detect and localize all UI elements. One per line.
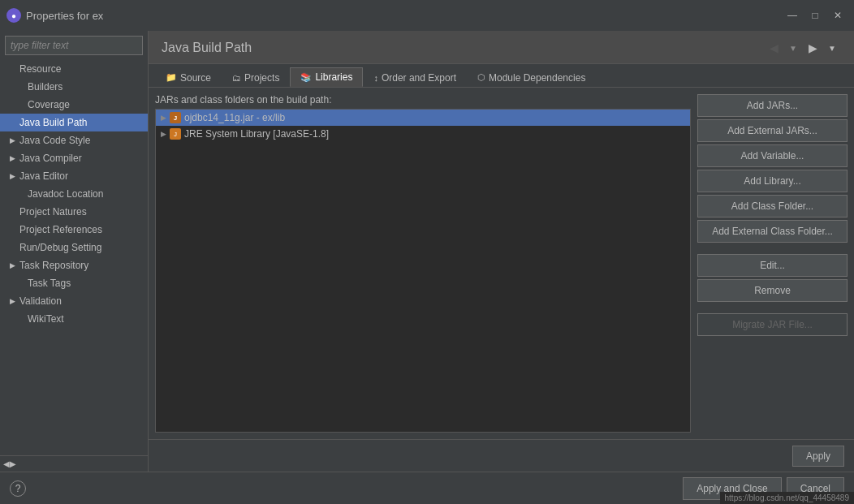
sidebar-item-coverage[interactable]: Coverage bbox=[0, 96, 148, 114]
add-class-folder-button[interactable]: Add Class Folder... bbox=[697, 195, 848, 218]
sidebar-item-javadoc-location[interactable]: Javadoc Location bbox=[0, 185, 148, 203]
jar-item-ojdbc[interactable]: ▶ J ojdbc14_11g.jar - ex/lib bbox=[156, 110, 690, 126]
help-button[interactable]: ? bbox=[10, 480, 26, 497]
tab-icon-source: 📁 bbox=[166, 72, 177, 83]
sidebar-item-label: Run/Debug Setting bbox=[19, 242, 101, 253]
sidebar-item-project-natures[interactable]: Project Natures bbox=[0, 203, 148, 221]
jar-item-label-jre: JRE System Library [JavaSE-1.8] bbox=[184, 128, 329, 140]
tab-label-module-dependencies: Module Dependencies bbox=[489, 72, 585, 84]
sidebar-item-wikitext[interactable]: WikiText bbox=[0, 310, 148, 328]
nav-menu-button[interactable]: ▼ bbox=[823, 39, 841, 57]
nav-next-button[interactable]: ▶ bbox=[804, 39, 822, 57]
sidebar-item-label: Java Editor bbox=[19, 170, 68, 182]
tab-projects[interactable]: 🗂Projects bbox=[222, 67, 290, 87]
jar-expand-arrow: ▶ bbox=[161, 130, 166, 138]
tab-label-libraries: Libraries bbox=[315, 71, 352, 83]
jar-item-jre[interactable]: ▶ J JRE System Library [JavaSE-1.8] bbox=[156, 126, 690, 142]
tab-module-dependencies[interactable]: ⬡Module Dependencies bbox=[467, 67, 596, 87]
migrate-jar-button: Migrate JAR File... bbox=[697, 313, 848, 336]
tab-icon-order-export: ↕ bbox=[373, 73, 378, 83]
sidebar-item-run-debug-settings[interactable]: Run/Debug Setting bbox=[0, 239, 148, 256]
footer-left: ? bbox=[10, 480, 683, 497]
app-icon: ● bbox=[6, 8, 21, 23]
maximize-button[interactable]: □ bbox=[805, 7, 825, 24]
close-button[interactable]: ✕ bbox=[828, 7, 848, 24]
url-bar: https://blog.csdn.net/qq_44458489 bbox=[720, 492, 854, 504]
expand-arrow: ▶ bbox=[10, 136, 18, 144]
sidebar-item-java-code-style[interactable]: ▶Java Code Style bbox=[0, 131, 148, 149]
expand-arrow: ▶ bbox=[10, 297, 18, 305]
apply-bar: Apply bbox=[149, 439, 854, 472]
button-spacer bbox=[697, 304, 848, 311]
window-controls: — □ ✕ bbox=[783, 7, 848, 24]
sidebar-item-task-tags[interactable]: Task Tags bbox=[0, 274, 148, 292]
minimize-button[interactable]: — bbox=[783, 7, 802, 24]
sidebar-item-label: Project Natures bbox=[19, 206, 87, 218]
tab-icon-libraries: 📚 bbox=[300, 72, 312, 83]
add-external-class-folder-button[interactable]: Add External Class Folder... bbox=[697, 220, 848, 243]
sidebar-item-java-compiler[interactable]: ▶Java Compiler bbox=[0, 149, 148, 167]
sidebar-item-label: Resource bbox=[19, 63, 61, 75]
jar-type-icon-ojdbc: J bbox=[170, 112, 181, 123]
search-input[interactable] bbox=[5, 36, 143, 55]
tab-label-projects: Projects bbox=[244, 72, 279, 84]
sidebar-scrollbar: ◀ ▶ bbox=[0, 455, 148, 472]
sidebar-item-label: Java Compiler bbox=[19, 153, 82, 164]
content-area: Java Build Path ◀ ▼ ▶ ▼ 📁Source🗂Projects… bbox=[149, 31, 854, 472]
jar-list: ▶ J ojdbc14_11g.jar - ex/lib ▶ J JRE Sys… bbox=[155, 109, 691, 433]
button-spacer bbox=[697, 245, 848, 252]
add-library-button[interactable]: Add Library... bbox=[697, 170, 848, 192]
edit-button[interactable]: Edit... bbox=[697, 254, 848, 277]
sidebar-item-label: Java Code Style bbox=[19, 135, 90, 146]
apply-button[interactable]: Apply bbox=[792, 446, 844, 467]
tab-order-export[interactable]: ↕Order and Export bbox=[363, 67, 467, 87]
tab-label-order-export: Order and Export bbox=[382, 72, 456, 84]
sidebar-item-label: WikiText bbox=[28, 313, 64, 325]
jar-list-label: JARs and class folders on the build path… bbox=[155, 94, 691, 106]
tabs-bar: 📁Source🗂Projects📚Libraries↕Order and Exp… bbox=[149, 64, 854, 88]
tab-libraries[interactable]: 📚Libraries bbox=[290, 67, 363, 87]
tab-icon-projects: 🗂 bbox=[232, 73, 241, 83]
expand-arrow: ▶ bbox=[10, 172, 18, 180]
sidebar-item-label: Validation bbox=[19, 295, 62, 307]
sidebar-item-resource[interactable]: Resource bbox=[0, 60, 148, 78]
add-variable-button[interactable]: Add Variable... bbox=[697, 144, 848, 167]
jar-item-label-ojdbc: ojdbc14_11g.jar - ex/lib bbox=[184, 112, 285, 123]
sidebar-item-label: Javadoc Location bbox=[28, 188, 103, 200]
sidebar-item-label: Project References bbox=[19, 224, 102, 235]
sidebar-item-validation[interactable]: ▶Validation bbox=[0, 292, 148, 310]
jar-type-icon-jre: J bbox=[170, 128, 181, 140]
remove-button[interactable]: Remove bbox=[697, 279, 848, 302]
title-bar: ● Properties for ex — □ ✕ bbox=[0, 0, 854, 31]
tab-label-source: Source bbox=[180, 72, 211, 84]
sidebar-item-project-references[interactable]: Project References bbox=[0, 221, 148, 239]
nav-arrows: ◀ ▼ ▶ ▼ bbox=[765, 39, 841, 57]
window-title: Properties for ex bbox=[26, 10, 783, 22]
scroll-right-button[interactable]: ▶ bbox=[10, 459, 16, 468]
tab-source[interactable]: 📁Source bbox=[155, 67, 222, 87]
sidebar-item-task-repository[interactable]: ▶Task Repository bbox=[0, 256, 148, 274]
scroll-left-button[interactable]: ◀ bbox=[3, 459, 10, 468]
expand-arrow: ▶ bbox=[10, 261, 18, 269]
content-header: Java Build Path ◀ ▼ ▶ ▼ bbox=[149, 31, 854, 64]
content-body: JARs and class folders on the build path… bbox=[149, 88, 854, 439]
nav-back-button[interactable]: ◀ bbox=[765, 39, 783, 57]
jar-panel: JARs and class folders on the build path… bbox=[155, 94, 691, 433]
sidebar-item-builders[interactable]: Builders bbox=[0, 78, 148, 96]
nav-forward-button[interactable]: ▼ bbox=[784, 39, 802, 57]
sidebar: Resource Builders Coverage Java Build Pa… bbox=[0, 31, 149, 472]
sidebar-list: Resource Builders Coverage Java Build Pa… bbox=[0, 60, 148, 455]
sidebar-item-java-build-path[interactable]: Java Build Path bbox=[0, 114, 148, 131]
sidebar-item-label: Builders bbox=[28, 81, 63, 93]
footer: ? Apply and Close Cancel https://blog.cs… bbox=[0, 472, 854, 504]
sidebar-item-label: Coverage bbox=[28, 99, 70, 110]
sidebar-item-label: Java Build Path bbox=[19, 117, 87, 128]
add-external-jars-button[interactable]: Add External JARs... bbox=[697, 119, 848, 142]
expand-arrow: ▶ bbox=[10, 154, 18, 162]
add-jars-button[interactable]: Add JARs... bbox=[697, 94, 848, 117]
sidebar-item-java-editor[interactable]: ▶Java Editor bbox=[0, 167, 148, 185]
sidebar-item-label: Task Repository bbox=[19, 260, 88, 271]
page-title: Java Build Path bbox=[162, 41, 252, 55]
sidebar-item-label: Task Tags bbox=[28, 278, 71, 289]
jar-expand-arrow: ▶ bbox=[161, 114, 166, 122]
